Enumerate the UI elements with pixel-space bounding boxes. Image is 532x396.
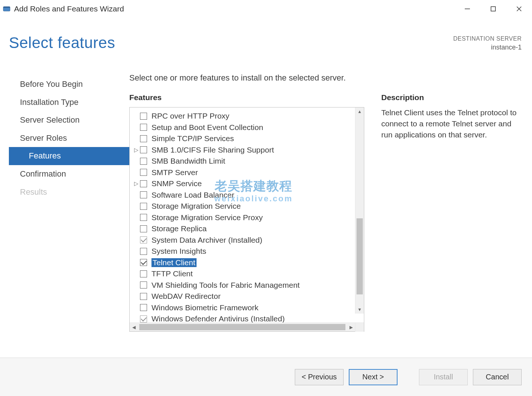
scroll-left-icon[interactable]: ◀ — [130, 325, 138, 330]
feature-checkbox[interactable] — [140, 135, 147, 142]
feature-label: Software Load Balancer — [151, 191, 234, 199]
title-bar: Add Roles and Features Wizard — [0, 0, 532, 18]
close-button[interactable] — [506, 0, 532, 18]
scroll-up-icon[interactable]: ▲ — [355, 107, 364, 116]
feature-row[interactable]: Windows Defender Antivirus (Installed) — [140, 313, 355, 322]
features-column: Features RPC over HTTP ProxySetup and Bo… — [129, 93, 364, 332]
horizontal-scrollbar[interactable]: ◀ ▶ — [130, 322, 364, 331]
feature-row[interactable]: ▷SNMP Service — [140, 178, 355, 190]
feature-label: Setup and Boot Event Collection — [151, 123, 263, 132]
description-text: Telnet Client uses the Telnet protocol t… — [381, 107, 521, 140]
previous-button[interactable]: < Previous — [295, 369, 344, 385]
expander-icon[interactable]: ▷ — [133, 147, 139, 153]
features-label: Features — [129, 93, 364, 102]
wizard-header: Select features DESTINATION SERVER insta… — [0, 18, 532, 66]
page-title: Select features — [9, 34, 115, 52]
feature-checkbox[interactable] — [140, 203, 147, 210]
wizard-body: Before You BeginInstallation TypeServer … — [0, 66, 532, 358]
feature-checkbox[interactable] — [140, 113, 147, 120]
feature-row[interactable]: System Data Archiver (Installed) — [140, 235, 355, 246]
feature-label: SMTP Server — [151, 168, 198, 177]
wizard-content: Select one or more features to install o… — [129, 66, 532, 358]
feature-label: Windows Defender Antivirus (Installed) — [151, 314, 285, 322]
nav-step-server-selection[interactable]: Server Selection — [0, 111, 129, 129]
install-button[interactable]: Install — [419, 369, 468, 385]
features-listbox: RPC over HTTP ProxySetup and Boot Event … — [129, 107, 364, 332]
feature-label: SMB Bandwidth Limit — [151, 157, 225, 165]
minimize-button[interactable] — [454, 0, 480, 18]
feature-label: Storage Migration Service — [151, 202, 241, 211]
nav-step-confirmation[interactable]: Confirmation — [0, 165, 129, 183]
feature-row[interactable]: Telnet Client — [140, 257, 355, 269]
feature-label: Telnet Client — [151, 258, 197, 267]
destination-server-value: instance-1 — [453, 43, 522, 52]
feature-checkbox[interactable] — [140, 270, 147, 277]
expander-icon[interactable]: ▷ — [133, 180, 139, 187]
app-icon — [2, 4, 11, 13]
feature-checkbox[interactable] — [140, 248, 147, 255]
feature-label: SMB 1.0/CIFS File Sharing Support — [151, 146, 274, 154]
feature-row[interactable]: Software Load Balancer — [140, 190, 355, 201]
maximize-button[interactable] — [480, 0, 506, 18]
feature-label: System Insights — [151, 247, 206, 256]
feature-label: TFTP Client — [151, 269, 193, 278]
feature-label: Storage Replica — [151, 224, 207, 233]
scrollbar-corner — [355, 323, 364, 332]
feature-checkbox[interactable] — [140, 315, 147, 322]
feature-label: Windows Biometric Framework — [151, 303, 258, 312]
feature-checkbox[interactable] — [140, 124, 147, 131]
feature-label: VM Shielding Tools for Fabric Management — [151, 281, 300, 290]
feature-label: RPC over HTTP Proxy — [151, 112, 229, 120]
feature-label: WebDAV Redirector — [151, 292, 221, 301]
wizard-nav: Before You BeginInstallation TypeServer … — [0, 66, 129, 358]
feature-checkbox[interactable] — [140, 158, 147, 165]
window-controls — [454, 0, 532, 18]
feature-row[interactable]: Storage Migration Service Proxy — [140, 212, 355, 223]
svg-rect-3 — [491, 7, 495, 11]
feature-row[interactable]: WebDAV Redirector — [140, 291, 355, 302]
feature-row[interactable]: TFTP Client — [140, 268, 355, 280]
feature-checkbox[interactable] — [140, 281, 147, 289]
feature-row[interactable]: SMB Bandwidth Limit — [140, 156, 355, 167]
feature-row[interactable]: Windows Biometric Framework — [140, 302, 355, 314]
feature-row[interactable]: RPC over HTTP Proxy — [140, 110, 355, 122]
feature-row[interactable]: SMTP Server — [140, 167, 355, 178]
feature-checkbox[interactable] — [140, 293, 147, 300]
scrollbar-thumb[interactable] — [357, 218, 363, 294]
nav-step-results: Results — [0, 183, 129, 201]
nav-step-features[interactable]: Features — [9, 147, 129, 165]
feature-checkbox[interactable] — [140, 304, 147, 311]
feature-row[interactable]: System Insights — [140, 246, 355, 257]
instruction-text: Select one or more features to install o… — [129, 73, 521, 83]
feature-row[interactable]: Storage Migration Service — [140, 201, 355, 212]
feature-label: SNMP Service — [151, 179, 202, 188]
vertical-scrollbar[interactable]: ▲ ▼ — [355, 107, 364, 314]
nav-step-installation-type[interactable]: Installation Type — [0, 93, 129, 112]
feature-checkbox[interactable] — [140, 214, 147, 221]
destination-server-label: DESTINATION SERVER — [453, 35, 522, 43]
feature-checkbox[interactable] — [140, 146, 147, 153]
cancel-button[interactable]: Cancel — [473, 369, 522, 385]
feature-label: Simple TCP/IP Services — [151, 134, 234, 143]
feature-checkbox[interactable] — [140, 236, 147, 243]
feature-row[interactable]: Storage Replica — [140, 223, 355, 235]
nav-step-server-roles[interactable]: Server Roles — [0, 129, 129, 147]
feature-row[interactable]: ▷SMB 1.0/CIFS File Sharing Support — [140, 144, 355, 156]
wizard-footer: < Previous Next > Install Cancel — [0, 358, 532, 396]
feature-checkbox[interactable] — [140, 180, 147, 187]
scroll-right-icon[interactable]: ▶ — [347, 325, 355, 330]
nav-step-before-you-begin[interactable]: Before You Begin — [0, 75, 129, 93]
hscrollbar-thumb[interactable] — [139, 324, 345, 330]
window-title: Add Roles and Features Wizard — [14, 4, 124, 13]
destination-server-block: DESTINATION SERVER instance-1 — [453, 35, 522, 52]
feature-row[interactable]: Simple TCP/IP Services — [140, 133, 355, 144]
feature-row[interactable]: Setup and Boot Event Collection — [140, 122, 355, 133]
feature-checkbox[interactable] — [140, 259, 147, 266]
next-button[interactable]: Next > — [349, 369, 398, 385]
scroll-down-icon[interactable]: ▼ — [355, 305, 364, 314]
feature-label: Storage Migration Service Proxy — [151, 213, 263, 222]
feature-checkbox[interactable] — [140, 169, 147, 176]
feature-checkbox[interactable] — [140, 191, 147, 198]
feature-checkbox[interactable] — [140, 225, 147, 232]
feature-row[interactable]: VM Shielding Tools for Fabric Management — [140, 280, 355, 291]
